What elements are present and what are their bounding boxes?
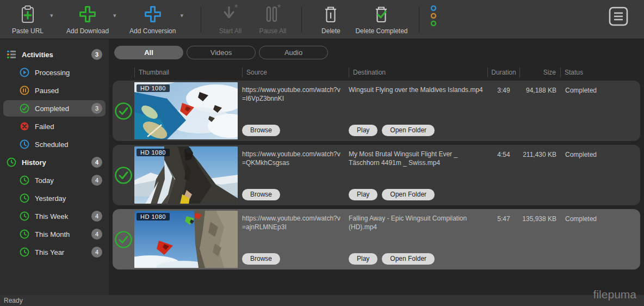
sidebar-item-processing[interactable]: Processing [3,64,106,81]
sidebar-item-paused[interactable]: Paused [3,82,106,99]
toolbar-separator [301,7,302,32]
sidebar-label: Scheduled [35,140,68,149]
add-conversion-button[interactable]: Add Conversion [126,3,179,36]
paste-url-dropdown-caret[interactable]: ▾ [50,12,60,19]
delete-button[interactable]: Delete [309,3,352,36]
destination-cell: Wingsuit Flying over the Maldives Island… [349,81,487,141]
sidebar-item-today[interactable]: Today 4 [3,172,106,188]
sidebar-label: Processing [35,69,70,77]
size-value: 135,938 KB [520,209,561,270]
sidebar-item-this-year[interactable]: This Year 4 [3,244,106,260]
menu-button[interactable] [608,6,629,29]
paused-pause-icon [20,85,29,95]
video-thumbnail-maldives[interactable]: HD 1080 [134,82,238,139]
duration-value: 4:54 [487,145,520,205]
size-value: 94,188 KB [520,81,561,141]
open-folder-button[interactable]: Open Folder [382,125,435,136]
browse-button[interactable]: Browse [242,253,280,265]
sidebar: Activities 3 Processing Paused Comple [0,39,109,295]
history-clock-icon [20,175,29,185]
paste-url-button[interactable]: Paste URL [7,3,49,36]
sidebar-label: This Month [35,230,70,238]
destination-filename: Wingsuit Flying over the Maldives Island… [349,85,485,94]
column-header-thumbnail[interactable]: Thumbnail [134,68,238,77]
add-download-dropdown-caret[interactable]: ▾ [113,12,123,19]
pause-all-button[interactable]: * Pause All [251,3,294,36]
history-clock-icon [20,229,29,239]
sidebar-item-scheduled[interactable]: Scheduled [3,136,106,152]
sidebar-label: Yesterday [35,194,66,203]
destination-cell: My Most Brutal Wingsuit Flight Ever _ Tä… [349,145,487,205]
tab-videos[interactable]: Videos [187,46,256,59]
source-cell: https://www.youtube.com/watch?v=QKMkhCsg… [242,145,345,205]
download-row-1[interactable]: HD 1080 https://www.youtube.com/watch?v=… [113,81,640,141]
download-row-2[interactable]: HD 1080 https://www.youtube.com/watch?v=… [113,145,640,205]
source-url: https://www.youtube.com/watch?v=I6VpZ3bn… [242,85,343,103]
sidebar-item-this-week[interactable]: This Week 4 [3,208,106,224]
toolbar-separator [419,7,419,32]
start-all-icon: * [220,4,240,26]
delete-trash-icon [321,4,340,26]
start-all-button[interactable]: * Start All [209,3,251,36]
sidebar-label: Paused [35,87,59,95]
column-header-destination[interactable]: Destination [349,68,487,77]
pause-all-label: Pause All [259,27,286,35]
table-header: Thumbnail Source Destination Duration Si… [113,68,640,77]
play-button[interactable]: Play [349,189,377,200]
paste-url-icon [18,4,38,26]
source-url: https://www.youtube.com/watch?v=ajnRLMNE… [242,214,343,231]
sidebar-label: This Week [35,212,68,221]
delete-completed-label: Delete Completed [355,27,407,35]
completed-check-icon [20,103,29,113]
sidebar-item-failed[interactable]: Failed [3,118,106,134]
sidebar-label: Activities [22,51,53,59]
add-conversion-dropdown-caret[interactable]: ▾ [180,12,190,19]
sidebar-label: This Year [35,248,64,256]
row-completed-check-icon [113,145,134,205]
failed-cross-icon [20,121,29,131]
column-header-size[interactable]: Size [520,68,561,77]
sidebar-item-completed[interactable]: Completed 3 [3,100,106,117]
play-button[interactable]: Play [349,125,377,136]
open-folder-button[interactable]: Open Folder [382,189,435,200]
size-value: 211,430 KB [520,145,561,205]
status-dots-indicator[interactable] [429,5,438,29]
browse-button[interactable]: Browse [242,189,280,200]
tab-all[interactable]: All [114,46,183,59]
tab-audio[interactable]: Audio [259,46,328,59]
video-thumbnail-cliff[interactable]: HD 1080 [134,211,238,268]
sidebar-item-yesterday[interactable]: Yesterday [3,190,106,206]
count-badge: 4 [91,247,102,258]
destination-filename: Falling Away - Epic Wingsuit Compilation… [349,214,485,231]
open-folder-button[interactable]: Open Folder [382,253,435,265]
source-cell: https://www.youtube.com/watch?v=ajnRLMNE… [242,209,345,270]
main-content: All Videos Audio Thumbnail Source Destin… [109,39,644,295]
row-completed-check-icon [113,209,134,270]
count-badge: 4 [91,229,102,240]
sidebar-label: Today [35,176,54,185]
column-header-duration[interactable]: Duration [487,68,520,77]
status-bar-text: Ready [4,297,23,304]
add-download-button[interactable]: Add Download [63,3,112,36]
sidebar-item-activities[interactable]: Activities 3 [3,46,106,63]
sidebar-item-history[interactable]: History 4 [3,154,106,170]
status-value: Completed [561,209,640,270]
download-row-3[interactable]: HD 1080 https://www.youtube.com/watch?v=… [113,209,640,270]
sidebar-item-this-month[interactable]: This Month 4 [3,226,106,242]
column-header-status[interactable]: Status [561,68,640,77]
pause-all-icon: * [262,4,283,26]
toolbar-separator [201,7,201,32]
duration-value: 5:47 [487,209,520,270]
toolbar: Paste URL ▾ Add Download ▾ Add Conversio… [0,0,644,39]
count-badge: 4 [91,211,102,222]
history-clock-icon [7,157,16,167]
destination-cell: Falling Away - Epic Wingsuit Compilation… [349,209,487,270]
scheduled-clock-icon [20,139,29,149]
sidebar-label: History [22,158,46,167]
play-button[interactable]: Play [349,253,377,265]
start-all-label: Start All [219,27,242,35]
video-thumbnail-mountain[interactable]: HD 1080 [134,146,238,204]
delete-completed-button[interactable]: Delete Completed [352,3,411,36]
column-header-source[interactable]: Source [242,68,345,77]
browse-button[interactable]: Browse [242,125,280,136]
